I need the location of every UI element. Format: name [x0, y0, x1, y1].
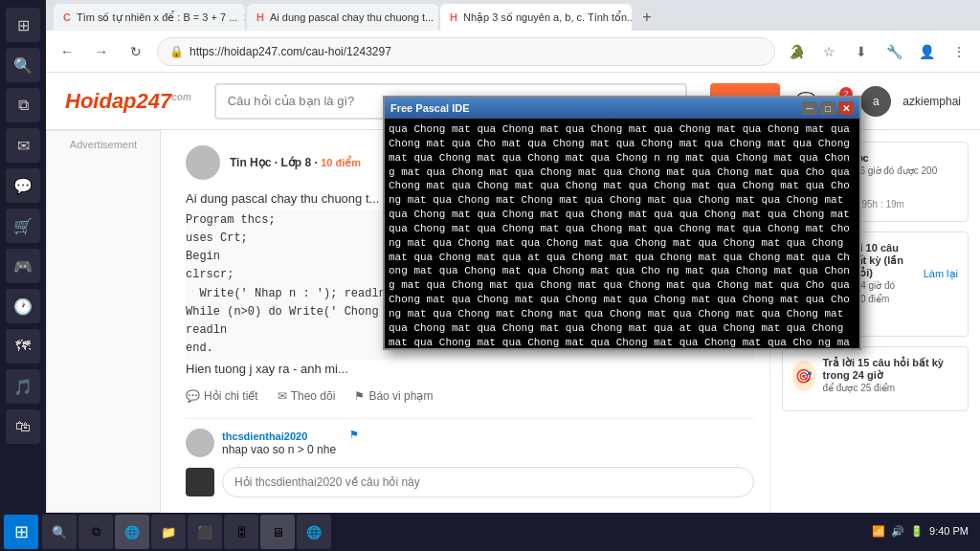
tab-3-favicon: H [450, 11, 457, 23]
sidebar-icon-windows[interactable]: ⊞ [6, 8, 40, 42]
taskbar-tray: 📶 🔊 🔋 9:40 PM [872, 524, 976, 539]
comment-text: nhap vao so n > 0 nhe [222, 443, 336, 456]
user-avatar[interactable]: a [860, 86, 891, 117]
taskbar-pascal[interactable]: 🖥 [260, 515, 295, 549]
question-points: 10 điểm [321, 157, 361, 168]
sidebar-icon-store[interactable]: 🛒 [6, 209, 40, 243]
tray-network: 📶 [872, 525, 885, 538]
taskbar-folder[interactable]: 📁 [151, 515, 186, 549]
nav-bar: ← → ↻ 🔒 https://hoidap247.com/cau-hoi/12… [46, 31, 980, 73]
extension-icon[interactable]: 🔧 [880, 38, 907, 65]
comment-avatar [186, 429, 214, 457]
tab-3-label: Nhập 3 số nguyên a, b, c. Tính tổn... [463, 11, 632, 24]
tab-2-favicon: H [256, 11, 264, 23]
tab-1-favicon: C [63, 11, 71, 23]
taskbar-browser[interactable]: 🌐 [115, 515, 149, 549]
sidebar-icon-music[interactable]: 🎵 [6, 369, 40, 404]
sidebar-icon-maps[interactable]: 🗺 [6, 329, 40, 364]
taskbar-control[interactable]: 🎛 [224, 515, 258, 549]
forward-button[interactable]: → [88, 38, 115, 65]
ide-minimize-button[interactable]: ─ [802, 101, 817, 115]
sidebar-icon-task[interactable]: ⧉ [6, 88, 40, 122]
sidebar-icon-tiki[interactable]: 🛍 [6, 409, 40, 444]
ad-label: Advertisement [55, 139, 152, 150]
report-action[interactable]: ⚑Báo vi phạm [354, 389, 436, 403]
address-bar[interactable]: 🔒 https://hoidap247.com/cau-hoi/1243297 [157, 37, 775, 66]
tab-1-close[interactable]: ✕ [243, 12, 245, 23]
comment-input[interactable] [222, 467, 754, 497]
profile-icon[interactable]: 👤 [913, 38, 940, 65]
report-flag-icon[interactable]: ⚑ [349, 429, 359, 457]
taskbar-chrome[interactable]: 🌐 [297, 515, 331, 549]
ide-maximize-button[interactable]: □ [820, 101, 835, 115]
sc-action-2[interactable]: Làm lại [924, 268, 958, 280]
sidebar-card-3: 🎯 Trả lời 15 câu hỏi bất kỳ trong 24 giờ… [782, 346, 969, 411]
taskbar: ⊞ 🔍 ⧉ 🌐 📁 ⬛ 🎛 🖥 🌐 📶 🔊 🔋 9:40 PM [0, 513, 980, 551]
ide-controls: ─ □ ✕ [802, 101, 854, 115]
question-subject: Tin Học · Lớp 8 · 10 điểm [230, 156, 361, 169]
tab-3[interactable]: H Nhập 3 số nguyên a, b, c. Tính tổn... … [440, 4, 632, 31]
sc-desc-3: để được 25 điểm [823, 382, 959, 395]
coccoc-icon[interactable]: 🐊 [783, 38, 810, 65]
ide-close-button[interactable]: ✕ [838, 101, 854, 115]
left-sidebar: ⊞ 🔍 ⧉ ✉ 💬 🛒 🎮 🕐 🗺 🎵 🛍 [0, 0, 46, 513]
download-icon[interactable]: ⬇ [848, 38, 875, 65]
pascal-ide-window: Free Pascal IDE ─ □ ✕ qua Chong mat qua … [383, 96, 861, 350]
tab-1[interactable]: C Tìm số tự nhiên x để : B = 3 + 7 ... ✕ [54, 4, 245, 31]
nav-right-icons: 🐊 ☆ ⬇ 🔧 👤 ⋮ [783, 38, 972, 65]
browser-chrome: C Tìm số tự nhiên x để : B = 3 + 7 ... ✕… [46, 0, 980, 73]
detail-action[interactable]: 💬Hỏi chi tiết [186, 389, 262, 403]
sidebar-icon-mail[interactable]: ✉ [6, 128, 40, 163]
question-avatar [186, 145, 220, 180]
taskbar-icons: 🔍 ⧉ 🌐 📁 ⬛ 🎛 🖥 🌐 [42, 515, 872, 549]
tab-bar: C Tìm số tự nhiên x để : B = 3 + 7 ... ✕… [46, 0, 980, 31]
time-display: 9:40 PM [929, 524, 969, 539]
ide-output-text: qua Chong mat qua Chong mat qua Chong ma… [389, 122, 856, 348]
taskbar-tasklist[interactable]: ⧉ [78, 515, 113, 549]
sidebar-icon-messenger[interactable]: 💬 [6, 168, 40, 203]
taskbar-time: 9:40 PM [929, 524, 969, 539]
follow-action[interactable]: ✉Theo dõi [278, 389, 340, 403]
tray-battery: 🔋 [910, 525, 924, 538]
sidebar-icon-game[interactable]: 🎮 [6, 249, 40, 283]
start-button[interactable]: ⊞ [4, 515, 38, 549]
logo-text: Hoidap247 [65, 89, 171, 113]
comment-section: thcsdienthai2020 nhap vao so n > 0 nhe ⚑ [186, 418, 754, 497]
tab-add-button[interactable]: + [634, 4, 660, 31]
taskbar-terminal[interactable]: ⬛ [188, 515, 222, 549]
bookmark-icon[interactable]: ☆ [815, 38, 842, 65]
sidebar-icon-search[interactable]: 🔍 [6, 48, 40, 82]
q-line-last: Hien tuong j xay ra - anh mi... [186, 360, 754, 380]
comment-input-avatar [186, 468, 214, 496]
question-actions: 💬Hỏi chi tiết ✉Theo dõi ⚑Báo vi phạm [186, 389, 754, 403]
ide-titlebar: Free Pascal IDE ─ □ ✕ [385, 98, 859, 119]
username-label: azkiemphai [902, 95, 961, 108]
url-text: https://hoidap247.com/cau-hoi/1243297 [189, 45, 391, 58]
comment-author: thcsdienthai2020 [222, 430, 307, 442]
back-button[interactable]: ← [54, 38, 80, 65]
menu-icon[interactable]: ⋮ [946, 38, 972, 65]
sc-stat2-val: 95h : 19m [861, 199, 903, 209]
ide-body: qua Chong mat qua Chong mat qua Chong ma… [385, 119, 859, 348]
sc-title-3: Trả lời 15 câu hỏi bất kỳ trong 24 giờ [823, 357, 959, 382]
refresh-button[interactable]: ↻ [122, 38, 149, 65]
comment-item: thcsdienthai2020 nhap vao so n > 0 nhe ⚑ [186, 429, 754, 457]
sc-header-3: 🎯 Trả lời 15 câu hỏi bất kỳ trong 24 giờ… [792, 357, 958, 395]
sc-icon-3: 🎯 [792, 361, 815, 391]
taskbar-search[interactable]: 🔍 [42, 515, 77, 549]
comment-input-row [186, 467, 754, 497]
tab-2-label: Ai dung pascal chay thu chuong t... [270, 11, 434, 23]
tab-2[interactable]: H Ai dung pascal chay thu chuong t... ✕ [247, 4, 438, 31]
tray-volume: 🔊 [891, 525, 904, 538]
site-logo: Hoidap247com [65, 89, 191, 114]
advertisement-area: Advertisement [46, 130, 161, 513]
tab-1-label: Tìm số tự nhiên x để : B = 3 + 7 ... [77, 11, 237, 24]
ide-title-text: Free Pascal IDE [390, 102, 802, 114]
sidebar-icon-clock[interactable]: 🕐 [6, 289, 40, 323]
